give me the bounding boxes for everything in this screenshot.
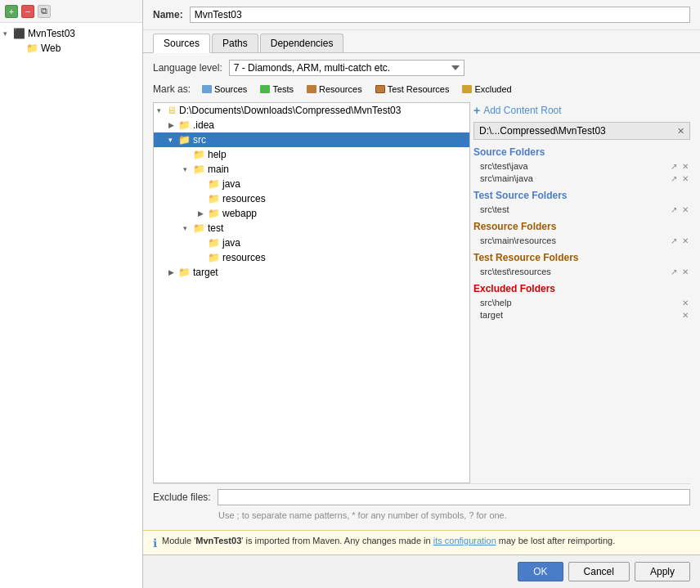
info-icon: ℹ: [153, 536, 157, 550]
close-content-root-button[interactable]: ✕: [677, 126, 684, 137]
content-area: Language level: 7 - Diamonds, ARM, multi…: [143, 53, 700, 530]
remove-folder-button[interactable]: ✕: [680, 298, 690, 307]
excluded-folders-header: Excluded Folders: [473, 283, 690, 294]
properties-button[interactable]: ↗: [669, 267, 679, 276]
tree-help[interactable]: 📁 help: [154, 147, 469, 162]
chevron-down-icon: ▾: [183, 165, 193, 173]
tree-webapp[interactable]: ▶ 📁 webapp: [154, 206, 469, 221]
content-root-path: D:\...Compressed\MvnTest03 ✕: [473, 122, 690, 140]
folder-actions: ↗ ✕: [669, 162, 690, 171]
chevron-down-icon: ▾: [183, 224, 193, 232]
tab-paths[interactable]: Paths: [212, 34, 258, 52]
info-message: Module 'MvnTest03' is imported from Mave…: [162, 536, 615, 545]
folder-path: src\test\resources: [480, 267, 551, 276]
root-folder-icon: 🖥: [167, 105, 177, 116]
tabs-row: Sources Paths Dependencies: [143, 30, 700, 53]
mark-tests-label: Tests: [272, 84, 294, 94]
tree-test-java-label: java: [222, 237, 240, 249]
folder-icon: 📁: [26, 43, 38, 54]
chevron-down-icon: ▾: [3, 29, 13, 38]
remove-module-button[interactable]: −: [21, 5, 34, 18]
folder-path: target: [480, 310, 503, 320]
properties-button[interactable]: ↗: [669, 174, 679, 183]
tab-sources[interactable]: Sources: [153, 34, 210, 53]
tree-idea[interactable]: ▶ 📁 .idea: [154, 118, 469, 132]
mark-sources-button[interactable]: Sources: [197, 83, 252, 96]
mark-sources-label: Sources: [214, 84, 247, 94]
remove-folder-button[interactable]: ✕: [680, 236, 690, 245]
module-name: MvnTest03: [195, 536, 241, 545]
tests-icon: [260, 85, 270, 93]
tree-test-java[interactable]: 📁 java: [154, 236, 469, 250]
exclude-files-input[interactable]: [218, 489, 690, 505]
tree-main-resources-label: resources: [222, 193, 266, 204]
properties-button[interactable]: ↗: [669, 162, 679, 171]
mark-as-label: Mark as:: [153, 83, 191, 95]
file-tree: ▾ 🖥 D:\Documents\Downloads\Compressed\Mv…: [154, 103, 469, 280]
its-configuration-link[interactable]: its configuration: [433, 536, 496, 545]
add-content-root-link[interactable]: Add Content Root: [483, 105, 561, 116]
tree-test-label: test: [208, 222, 223, 234]
chevron-right-icon: ▶: [168, 121, 178, 129]
tab-dependencies[interactable]: Dependencies: [260, 34, 344, 52]
sidebar-item-web[interactable]: 📁 Web: [0, 41, 142, 56]
plus-icon: +: [473, 104, 480, 117]
sources-icon: [202, 85, 212, 93]
remove-folder-button[interactable]: ✕: [680, 267, 690, 276]
tree-target[interactable]: ▶ 📁 target: [154, 265, 469, 280]
tree-main-java-label: java: [222, 178, 240, 190]
list-item: src\test\java ↗ ✕: [473, 160, 690, 172]
tree-main-resources[interactable]: 📁 resources: [154, 191, 469, 206]
test-resource-folders-header: Test Resource Folders: [473, 252, 690, 263]
remove-folder-button[interactable]: ✕: [680, 205, 690, 214]
list-item: src\test\resources ↗ ✕: [473, 266, 690, 277]
exclude-files-area: Exclude files: Use ; to separate name pa…: [153, 483, 690, 523]
tree-test-resources-label: resources: [222, 252, 266, 263]
sidebar-item-label: Web: [41, 43, 61, 54]
sidebar-item-mvntest03[interactable]: ▾ ⬛ MvnTest03: [0, 26, 142, 41]
mark-as-row: Mark as: Sources Tests Resources Test Re…: [153, 83, 690, 96]
webapp-folder-icon: 📁: [208, 208, 220, 219]
tree-help-label: help: [208, 149, 227, 160]
tree-main[interactable]: ▾ 📁 main: [154, 162, 469, 177]
remove-folder-button[interactable]: ✕: [680, 162, 690, 171]
ok-button[interactable]: OK: [518, 562, 563, 581]
apply-button[interactable]: Apply: [635, 562, 690, 581]
mark-tests-button[interactable]: Tests: [255, 83, 298, 96]
java-folder-icon: 📁: [208, 178, 220, 190]
target-folder-icon: 📁: [178, 267, 191, 278]
help-folder-icon: 📁: [193, 149, 205, 160]
tree-src[interactable]: ▾ 📁 src: [154, 132, 469, 147]
name-label: Name:: [153, 9, 183, 20]
exclude-hint: Use ; to separate name patterns, * for a…: [218, 510, 690, 520]
name-input[interactable]: [190, 7, 690, 23]
exclude-row: Exclude files:: [153, 489, 690, 505]
test-resources-folder-icon: 📁: [208, 252, 220, 263]
mark-resources-button[interactable]: Resources: [302, 83, 367, 96]
properties-button[interactable]: ↗: [669, 205, 679, 214]
resource-folders-header: Resource Folders: [473, 221, 690, 232]
sidebar-tree: ▾ ⬛ MvnTest03 📁 Web: [0, 23, 142, 588]
tree-webapp-label: webapp: [222, 208, 257, 219]
mark-excluded-button[interactable]: Excluded: [457, 83, 516, 96]
add-content-root: + Add Content Root: [473, 102, 690, 119]
tree-test[interactable]: ▾ 📁 test: [154, 221, 469, 236]
folder-path: src\main\resources: [480, 236, 556, 245]
test-resources-icon: [375, 85, 385, 93]
cancel-button[interactable]: Cancel: [568, 562, 630, 581]
remove-folder-button[interactable]: ✕: [680, 174, 690, 183]
footer-buttons: OK Cancel Apply: [143, 554, 700, 588]
list-item: src\help ✕: [473, 297, 690, 308]
mark-test-resources-button[interactable]: Test Resources: [370, 83, 455, 96]
language-level-select[interactable]: 7 - Diamonds, ARM, multi-catch etc. 8 - …: [229, 60, 464, 76]
tree-root[interactable]: ▾ 🖥 D:\Documents\Downloads\Compressed\Mv…: [154, 103, 469, 118]
remove-folder-button[interactable]: ✕: [680, 311, 690, 320]
properties-button[interactable]: ↗: [669, 236, 679, 245]
folder-actions: ↗ ✕: [669, 174, 690, 183]
tree-main-java[interactable]: 📁 java: [154, 177, 469, 191]
chevron-right-icon: ▶: [198, 209, 208, 218]
panels-row: ▾ 🖥 D:\Documents\Downloads\Compressed\Mv…: [153, 102, 690, 483]
tree-test-resources[interactable]: 📁 resources: [154, 250, 469, 265]
copy-module-button[interactable]: ⧉: [38, 5, 51, 18]
add-module-button[interactable]: +: [5, 5, 18, 18]
